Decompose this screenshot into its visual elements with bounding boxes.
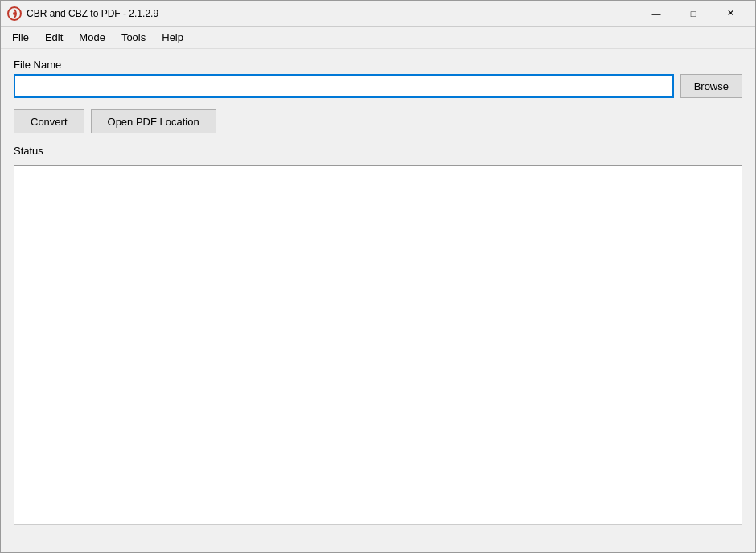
file-name-row: Browse [14,74,742,98]
convert-button[interactable]: Convert [14,109,84,133]
file-name-label: File Name [14,59,742,71]
minimize-button[interactable]: — [638,1,675,27]
main-content: File Name Browse Convert Open PDF Locati… [1,49,755,535]
title-bar: CBR and CBZ to PDF - 2.1.2.9 — □ ✕ [1,1,755,27]
close-button[interactable]: ✕ [712,1,749,27]
status-output [14,165,742,525]
svg-point-1 [13,12,16,15]
window-controls: — □ ✕ [638,1,749,27]
maximize-button[interactable]: □ [675,1,712,27]
menu-bar: File Edit Mode Tools Help [1,27,755,49]
open-pdf-location-button[interactable]: Open PDF Location [91,109,216,133]
file-name-section: File Name Browse [14,59,742,98]
menu-mode[interactable]: Mode [71,28,113,47]
menu-help[interactable]: Help [154,28,191,47]
action-row: Convert Open PDF Location [14,109,742,133]
status-label: Status [14,145,742,157]
app-window: CBR and CBZ to PDF - 2.1.2.9 — □ ✕ File … [0,0,756,553]
status-bar [1,535,755,552]
app-icon [7,6,22,21]
file-name-input[interactable] [14,74,674,98]
menu-tools[interactable]: Tools [113,28,154,47]
menu-file[interactable]: File [4,28,37,47]
window-title: CBR and CBZ to PDF - 2.1.2.9 [27,8,638,19]
browse-button[interactable]: Browse [680,74,742,98]
menu-edit[interactable]: Edit [37,28,71,47]
